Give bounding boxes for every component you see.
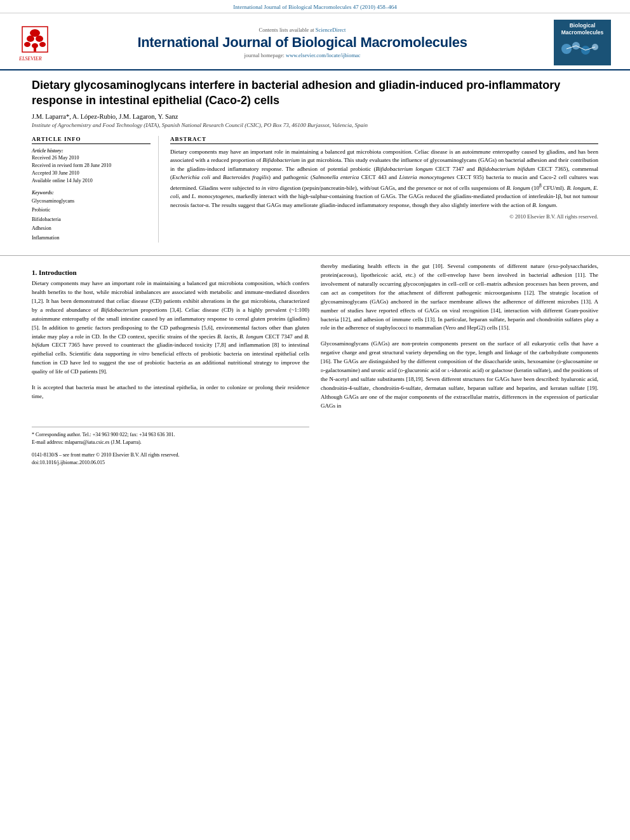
bio-macro-logo: BiologicalMacromolecules (554, 20, 611, 65)
body-content: 1. Introduction Dietary components may h… (0, 262, 630, 467)
sciencedirect-text: ScienceDirect (316, 27, 346, 33)
keyword-2: Probiotic (32, 206, 151, 215)
body-right-col: thereby mediating health effects in the … (321, 262, 598, 467)
bio-macro-graphic (557, 36, 608, 62)
authors: J.M. Laparra*, A. López-Rubio, J.M. Laga… (32, 113, 598, 120)
citation-text: International Journal of Biological Macr… (233, 4, 397, 10)
right-paragraph-1: thereby mediating health effects in the … (321, 262, 598, 333)
footnote-email: E-mail address: mlaparra@iata.csic.es (J… (32, 439, 309, 446)
copyright: © 2010 Elsevier B.V. All rights reserved… (170, 213, 598, 220)
issn-line: 0141-8130/$ – see front matter © 2010 El… (32, 451, 309, 459)
journal-citation: International Journal of Biological Macr… (0, 0, 630, 13)
elsevier-label: ELSEVIER (19, 56, 42, 62)
right-paragraph-2: Glycosaminoglycans (GAGs) are non-protei… (321, 340, 598, 411)
contents-label: Contents lists available at (259, 27, 314, 33)
intro-heading: 1. Introduction (32, 269, 309, 276)
body-left-col: 1. Introduction Dietary components may h… (32, 262, 309, 467)
keyword-3: Bifidobacteria (32, 215, 151, 224)
journal-title: International Journal of Biological Macr… (51, 34, 554, 51)
svg-point-3 (36, 36, 43, 42)
intro-paragraph-1: Dietary components may have an important… (32, 279, 309, 377)
journal-homepage: journal homepage: www.elsevier.com/locat… (51, 52, 554, 58)
svg-point-2 (27, 36, 34, 42)
received-date: Received 26 May 2010 (32, 154, 151, 162)
keyword-4: Adhesion (32, 224, 151, 233)
footnote-section: * Corresponding author. Tel.: +34 963 90… (32, 427, 309, 446)
homepage-label: journal homepage: (244, 52, 285, 58)
footnote-corresponding: * Corresponding author. Tel.: +34 963 90… (32, 431, 309, 439)
article-title: Dietary glycosaminoglycans interfere in … (32, 78, 598, 108)
affiliation: Institute of Agrochemistry and Food Tech… (32, 122, 598, 128)
doi-line: doi:10.1016/j.ijbiomac.2010.06.015 (32, 459, 309, 467)
keyword-1: Glycosaminoglycans (32, 197, 151, 206)
bio-macro-title: BiologicalMacromolecules (557, 22, 608, 36)
elsevier-tree-icon (19, 23, 51, 55)
revised-date: Received in revised form 28 June 2010 (32, 162, 151, 170)
sciencedirect-link[interactable]: ScienceDirect (316, 27, 346, 33)
svg-point-4 (24, 42, 30, 47)
bottom-info: 0141-8130/$ – see front matter © 2010 El… (32, 451, 309, 467)
keyword-5: Inflammation (32, 234, 151, 243)
journal-header: ELSEVIER Contents lists available at Sci… (0, 13, 630, 70)
svg-point-6 (39, 42, 46, 47)
journal-title-area: Contents lists available at ScienceDirec… (51, 27, 554, 58)
available-date: Available online 14 July 2010 (32, 177, 151, 185)
abstract-text: Dietary components may have an important… (170, 148, 598, 210)
abstract-heading: ABSTRACT (170, 136, 598, 144)
homepage-url: www.elsevier.com/locate/ijbiomac (286, 52, 360, 58)
article-info-abstract: ARTICLE INFO Article history: Received 2… (32, 136, 598, 243)
abstract-col: ABSTRACT Dietary components may have an … (170, 136, 598, 243)
svg-rect-7 (34, 47, 36, 51)
keywords-label: Keywords: (32, 190, 151, 196)
contents-line: Contents lists available at ScienceDirec… (51, 27, 554, 33)
history-label: Article history: (32, 148, 151, 154)
section-divider (0, 255, 630, 256)
homepage-link[interactable]: www.elsevier.com/locate/ijbiomac (286, 52, 360, 58)
article-info-col: ARTICLE INFO Article history: Received 2… (32, 136, 159, 243)
accepted-date: Accepted 30 June 2010 (32, 170, 151, 177)
article-main: Dietary glycosaminoglycans interfere in … (0, 70, 630, 249)
article-info-heading: ARTICLE INFO (32, 136, 151, 144)
elsevier-logo: ELSEVIER (19, 23, 51, 62)
intro-paragraph-2: It is accepted that bacteria must be att… (32, 383, 309, 401)
